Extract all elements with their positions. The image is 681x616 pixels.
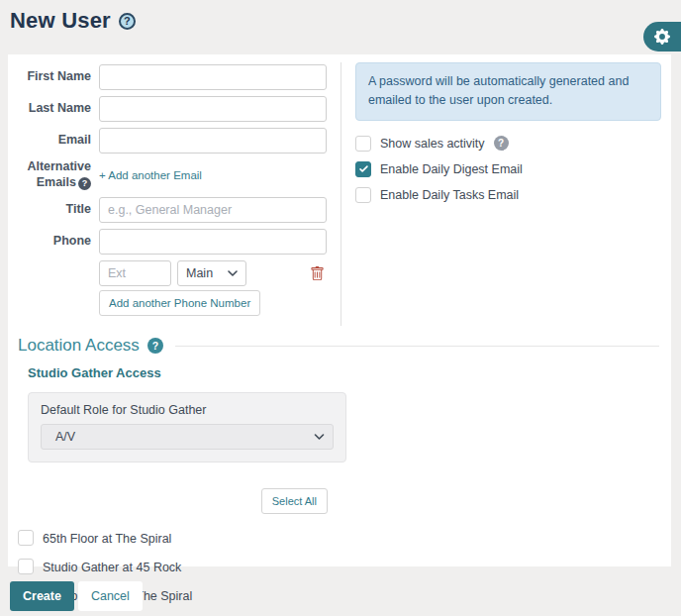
gear-icon (654, 29, 670, 45)
extension-input[interactable] (99, 260, 171, 286)
location-access-title: Location Access (18, 336, 140, 356)
preference-checkbox-list: Show sales activity ? Enable Daily Diges… (355, 136, 661, 203)
email-input[interactable] (99, 128, 327, 154)
default-role-label: Default Role for Studio Gather (41, 403, 334, 417)
settings-button[interactable] (643, 22, 681, 51)
checkbox-label: Show sales activity (380, 137, 485, 151)
first-name-row: First Name (8, 64, 340, 90)
chevron-down-icon (314, 434, 325, 441)
checkbox-label: Enable Daily Tasks Email (380, 188, 519, 202)
options-column: A password will be automatically generat… (341, 62, 671, 326)
checkbox[interactable] (18, 530, 34, 546)
default-role-panel: Default Role for Studio Gather A/V (28, 392, 346, 462)
checkbox[interactable] (355, 136, 371, 152)
enable-daily-digest-checkbox-row[interactable]: Enable Daily Digest Email (355, 161, 661, 177)
title-label: Title (8, 202, 91, 218)
checkbox-label: Enable Daily Digest Email (380, 162, 523, 176)
user-details-column: First Name Last Name Email Alternative E… (8, 62, 341, 326)
location-access-section: Location Access ? Studio Gather Access D… (8, 326, 671, 605)
location-checkbox-row[interactable]: 65th Floor at The Spiral (18, 530, 659, 548)
alternative-emails-label: Alternative Emails? (8, 159, 91, 190)
new-user-form-card: First Name Last Name Email Alternative E… (8, 54, 671, 566)
first-name-label: First Name (8, 69, 91, 85)
phone-type-value: Main (186, 266, 213, 280)
page-header: New User ? (0, 0, 681, 34)
title-row: Title (8, 197, 340, 223)
enable-daily-tasks-checkbox-row[interactable]: Enable Daily Tasks Email (355, 187, 661, 203)
show-sales-activity-checkbox-row[interactable]: Show sales activity ? (355, 136, 661, 152)
first-name-input[interactable] (99, 64, 327, 90)
phone-label: Phone (8, 234, 91, 250)
last-name-row: Last Name (8, 96, 340, 122)
phone-type-select[interactable]: Main (177, 260, 246, 286)
phone-extension-row: Main (99, 260, 327, 286)
trash-icon (310, 266, 325, 281)
phone-input[interactable] (99, 229, 327, 255)
default-role-value: A/V (55, 430, 75, 444)
last-name-label: Last Name (8, 101, 91, 117)
delete-phone-button[interactable] (308, 264, 327, 283)
location-access-help-icon[interactable]: ? (147, 338, 163, 354)
alternative-emails-help-icon[interactable]: ? (78, 177, 91, 190)
location-label: Studio Gather at 45 Rock (43, 559, 181, 576)
location-label: 65th Floor at The Spiral (43, 530, 171, 548)
email-row: Email (8, 128, 340, 154)
location-checkbox-row[interactable]: Studio Gather at 45 Rock (18, 559, 659, 576)
checkbox[interactable] (355, 161, 371, 177)
heading-rule (175, 346, 659, 347)
chevron-down-icon (228, 270, 238, 277)
checkbox[interactable] (355, 187, 371, 203)
add-another-email-link[interactable]: + Add another Email (99, 169, 202, 181)
create-button[interactable]: Create (10, 581, 74, 611)
cancel-button[interactable]: Cancel (78, 581, 143, 611)
add-another-phone-button[interactable]: Add another Phone Number (99, 290, 260, 316)
check-icon (358, 163, 369, 174)
alternative-emails-row: Alternative Emails? + Add another Email (8, 159, 340, 191)
page-help-icon[interactable]: ? (119, 13, 136, 30)
top-section: First Name Last Name Email Alternative E… (8, 62, 671, 326)
phone-row: Phone (8, 229, 340, 255)
page-title: New User (10, 8, 111, 34)
studio-gather-access-subheading: Studio Gather Access (28, 365, 659, 380)
checkbox[interactable] (18, 559, 34, 574)
sales-activity-help-icon[interactable]: ? (494, 136, 509, 151)
password-notice: A password will be automatically generat… (355, 62, 661, 121)
default-role-select[interactable]: A/V (41, 424, 334, 450)
last-name-input[interactable] (99, 96, 327, 122)
select-all-button[interactable]: Select All (261, 488, 328, 514)
email-label: Email (8, 133, 91, 149)
form-actions: Create Cancel (10, 581, 143, 611)
select-all-row: Select All (18, 488, 328, 514)
location-access-heading: Location Access ? (18, 336, 659, 356)
title-input[interactable] (99, 197, 327, 223)
